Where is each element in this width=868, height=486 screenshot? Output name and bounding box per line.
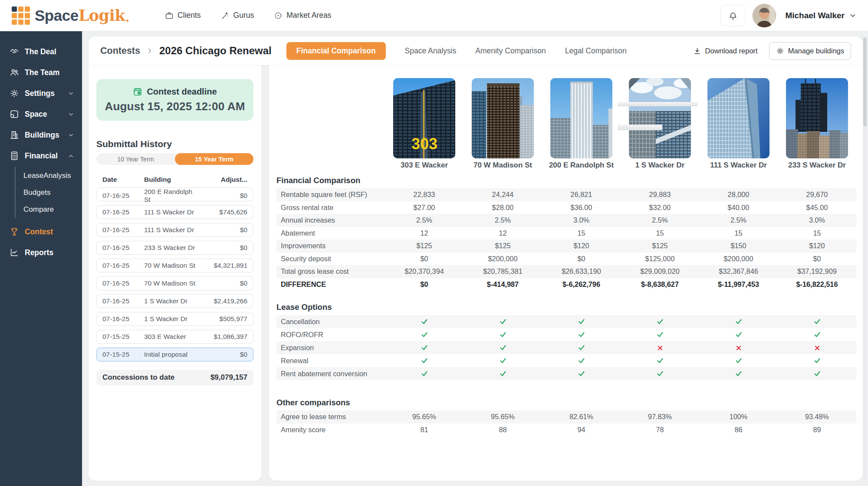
submittal-adjustment: $0 [200, 279, 247, 287]
sidebar-item-compare[interactable]: Compare [23, 201, 82, 218]
column-header-date: Date [102, 176, 144, 184]
submittal-row[interactable]: 07-16-251 S Wacker Dr$505,977 [96, 312, 253, 326]
row-value: $28.00 [464, 204, 542, 212]
brand-logo[interactable]: SpaceLogik [11, 6, 128, 25]
download-report-button[interactable]: Download report [693, 47, 758, 55]
sidebar-item-the-team[interactable]: The Team [0, 62, 82, 83]
sidebar-item-financial[interactable]: Financial [0, 145, 82, 166]
submittal-panel: Contest deadline August 15, 2025 12:00 A… [89, 65, 261, 481]
check-icon [542, 343, 621, 352]
submittal-row[interactable]: 07-15-25Initial proposal$0 [96, 348, 253, 361]
row-label: Renewal [276, 357, 385, 365]
submittal-date: 07-16-25 [102, 208, 144, 216]
row-value: 12 [385, 229, 464, 237]
submittal-building: Initial proposal [144, 351, 200, 358]
comparison-panel: 303 [269, 65, 863, 481]
nav-item-gurus[interactable]: Gurus [221, 11, 254, 20]
term-option-15-year-term[interactable]: 15 Year Term [175, 153, 253, 165]
row-value: 3.0% [778, 216, 856, 224]
user-menu[interactable]: Michael Walker [785, 11, 857, 20]
chevron-right-icon [146, 47, 153, 54]
nav-item-label: Gurus [233, 11, 254, 20]
submittal-building: 1 S Wacker Dr [144, 297, 200, 305]
sidebar-item-settings[interactable]: Settings [0, 83, 82, 104]
row-label: Total gross lease cost [276, 267, 385, 276]
row-value: $32,367,846 [699, 267, 778, 276]
row-label: Expansion [276, 344, 385, 352]
check-icon [542, 356, 621, 365]
submittal-adjustment: $0 [200, 351, 247, 358]
row-value: 22,833 [385, 190, 464, 199]
sidebar-item-space[interactable]: Space [0, 104, 82, 125]
column-header-adjust: Adjust... [200, 176, 247, 184]
check-icon [464, 317, 542, 326]
tab-financial-comparison[interactable]: Financial Comparison [286, 42, 386, 60]
term-option-10-year-term[interactable]: 10 Year Term [96, 153, 175, 165]
submittal-date: 07-16-25 [102, 262, 144, 269]
sidebar-item-the-deal[interactable]: The Deal [0, 41, 82, 62]
scrollbar-thumb[interactable] [863, 37, 867, 126]
breadcrumb-contests[interactable]: Contests [100, 46, 140, 56]
submittal-building: 70 W Madison St [144, 279, 200, 287]
row-value: $0 [385, 280, 464, 289]
check-icon [621, 317, 699, 326]
tab-legal-comparison[interactable]: Legal Comparison [565, 46, 627, 56]
sidebar-item-contest[interactable]: Contest [0, 221, 82, 242]
row-value: $120 [778, 242, 856, 250]
building-name-70-w-madison-st: 70 W Madison St [464, 161, 542, 170]
cross-icon [621, 343, 699, 352]
row-value: 24,244 [464, 190, 542, 199]
comparison-row-agree-to-lease-terms: Agree to lease terms95.65%95.65%82.61%97… [276, 410, 856, 424]
submittal-row[interactable]: 07-16-251 S Wacker Dr$2,419,266 [96, 294, 253, 308]
top-navbar: SpaceLogik ClientsGurusMarket Areas Mich… [0, 0, 868, 31]
content-header: Contests 2026 Chicago Renewal Financial … [89, 36, 863, 65]
row-label: Annual increases [276, 216, 385, 224]
chevron-down-icon [68, 111, 74, 118]
sidebar-item-label: Contest [25, 227, 53, 236]
row-value: 82.61% [542, 413, 621, 421]
building-name-1-s-wacker-dr: 1 S Wacker Dr [621, 161, 699, 170]
gear-icon [10, 89, 19, 98]
manage-buildings-button[interactable]: Manage buildings [769, 42, 851, 60]
submittal-adjustment: $0 [200, 244, 247, 252]
building-name-303-e-wacker: 303 E Wacker [385, 161, 464, 170]
user-avatar[interactable] [752, 3, 776, 28]
primary-nav: ClientsGurusMarket Areas [165, 11, 331, 20]
submittal-row[interactable]: 07-16-2570 W Madison St$0 [96, 276, 253, 290]
sidebar-item-leaseanalysis[interactable]: LeaseAnalysis [23, 167, 82, 184]
submittal-row[interactable]: 07-16-2570 W Madison St$4,321,891 [96, 259, 253, 273]
submittal-adjustment: $2,419,266 [200, 297, 247, 305]
submittal-row[interactable]: 07-16-25111 S Wacker Dr$0 [96, 223, 253, 237]
financial-comparison-title: Financial Comparison [276, 175, 863, 185]
submittal-row[interactable]: 07-16-25233 S Wacker Dr$0 [96, 241, 253, 255]
nav-item-label: Clients [178, 11, 201, 20]
check-icon [699, 356, 778, 365]
sidebar-item-label: The Team [25, 68, 59, 77]
submittal-row[interactable]: 07-16-25200 E Randolph St$0 [96, 187, 253, 201]
check-icon [464, 330, 542, 339]
notifications-button[interactable] [720, 5, 745, 26]
submittal-row[interactable]: 07-15-25303 E Wacker$1,086,397 [96, 330, 253, 344]
deadline-value: August 15, 2025 12:00 AM [105, 100, 245, 113]
submittal-history-title: Submittal History [96, 139, 253, 149]
row-value: $150 [699, 242, 778, 250]
row-label: DIFFERENCE [276, 280, 385, 289]
row-value: 2.5% [699, 216, 778, 224]
tab-space-analysis[interactable]: Space Analysis [405, 46, 457, 56]
sidebar-item-reports[interactable]: Reports [0, 242, 82, 263]
sidebar-item-buildings[interactable]: Buildings [0, 125, 82, 145]
check-icon [385, 317, 464, 326]
comparison-row-renewal: Renewal [276, 354, 856, 367]
row-value: $0 [542, 255, 621, 263]
nav-item-clients[interactable]: Clients [165, 11, 201, 20]
comparison-row-cancellation: Cancellation [276, 315, 856, 328]
submittal-row[interactable]: 07-16-25111 S Wacker Dr$745,626 [96, 205, 253, 219]
sidebar-item-budgets[interactable]: Budgets [23, 184, 82, 201]
tab-amenity-comparison[interactable]: Amenity Comparison [475, 46, 546, 56]
row-value: $29,009,020 [621, 267, 699, 276]
nav-item-market-areas[interactable]: Market Areas [274, 11, 331, 20]
wand-icon [221, 11, 230, 20]
building-photo-1-s-wacker [629, 78, 691, 158]
submittal-adjustment: $1,086,397 [200, 333, 247, 341]
row-value: $200,000 [464, 255, 542, 263]
